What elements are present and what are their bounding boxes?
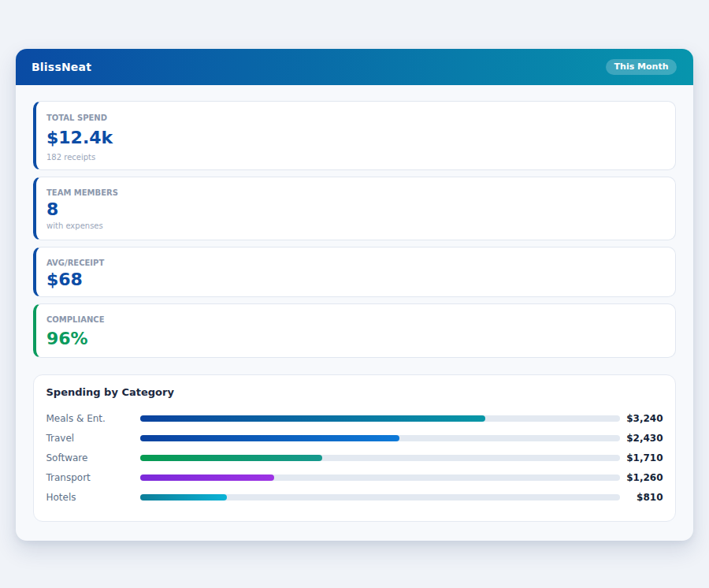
category-row-software: Software $1,710 (46, 448, 663, 468)
stat-label: COMPLIANCE (46, 313, 665, 326)
stat-value: $68 (46, 270, 665, 290)
category-bar-track (140, 494, 620, 501)
category-bar-fill (140, 415, 485, 422)
dashboard-body: TOTAL SPEND $12.4k 182 receipts TEAM MEM… (16, 85, 693, 522)
category-bar-fill (140, 455, 322, 461)
category-row-meals: Meals & Ent. $3,240 (46, 409, 663, 429)
category-value: $1,710 (620, 452, 663, 463)
category-label: Hotels (46, 492, 141, 503)
category-row-travel: Travel $2,430 (46, 429, 663, 448)
category-row-transport: Transport $1,260 (46, 468, 663, 488)
category-bar-track (140, 455, 620, 461)
dashboard-card: BlissNeat This Month TOTAL SPEND $12.4k … (16, 49, 693, 541)
category-value: $1,260 (620, 472, 663, 483)
category-value: $3,240 (620, 413, 663, 424)
stat-value: 8 (46, 199, 665, 220)
category-label: Transport (46, 472, 141, 483)
stat-sub: with expenses (46, 220, 665, 232)
stats-list: TOTAL SPEND $12.4k 182 receipts TEAM MEM… (33, 101, 676, 358)
category-bar-fill (140, 474, 274, 481)
category-bar-track (140, 415, 620, 422)
period-pill[interactable]: This Month (606, 59, 677, 75)
category-bar-fill (140, 435, 399, 441)
page: BlissNeat This Month TOTAL SPEND $12.4k … (0, 0, 709, 588)
category-label: Travel (46, 433, 141, 444)
stat-sub: 182 receipts (46, 151, 665, 163)
category-row-hotels: Hotels $810 (46, 488, 663, 508)
stat-value: $12.4k (46, 125, 665, 151)
category-bar-track (140, 474, 620, 481)
category-value: $810 (620, 492, 663, 503)
stat-value: 96% (46, 326, 665, 351)
stat-label: AVG/RECEIPT (46, 256, 665, 270)
app-title: BlissNeat (32, 49, 91, 85)
category-bar-fill (140, 494, 227, 501)
stat-card-avg-receipt: AVG/RECEIPT $68 (33, 247, 676, 297)
app-header: BlissNeat This Month (16, 49, 693, 85)
category-label: Meals & Ent. (46, 413, 141, 424)
panel-title: Spending by Category (46, 385, 663, 400)
stat-card-compliance: COMPLIANCE 96% (33, 303, 676, 358)
category-label: Software (46, 452, 141, 463)
stat-card-total-spend: TOTAL SPEND $12.4k 182 receipts (33, 101, 676, 170)
category-panel: Spending by Category Meals & Ent. $3,240… (33, 374, 676, 522)
stat-card-team-members: TEAM MEMBERS 8 with expenses (33, 177, 676, 240)
category-bar-track (140, 435, 620, 441)
stat-label: TOTAL SPEND (46, 111, 665, 125)
stat-label: TEAM MEMBERS (46, 186, 665, 199)
category-value: $2,430 (620, 433, 663, 444)
